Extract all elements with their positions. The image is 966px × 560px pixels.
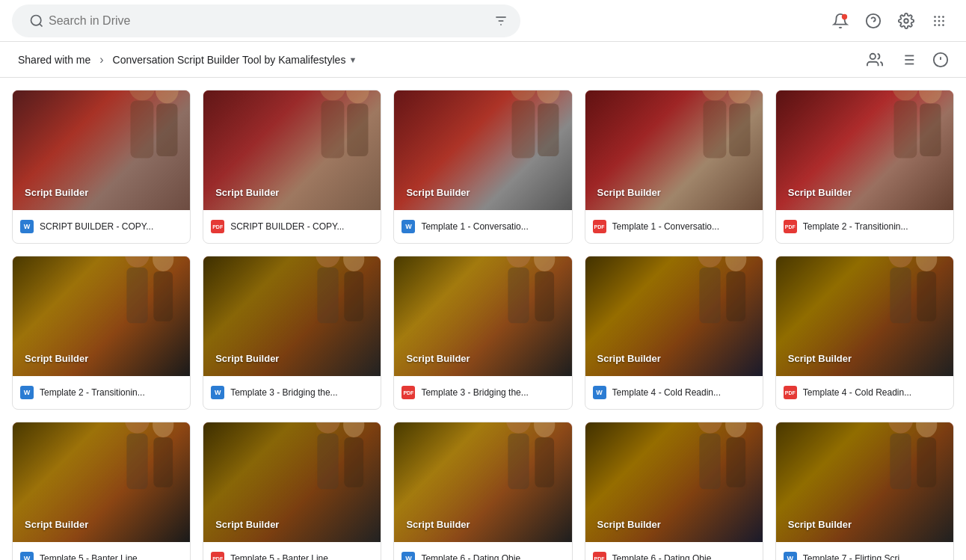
breadcrumb-shared-with-me[interactable]: Shared with me xyxy=(12,51,96,69)
file-name: Template 3 - Bridging the... xyxy=(230,387,373,398)
svg-point-9 xyxy=(934,16,936,18)
svg-point-48 xyxy=(125,256,150,268)
svg-point-16 xyxy=(938,24,941,26)
settings-button[interactable] xyxy=(891,6,921,36)
file-card[interactable]: Script Builder PDF Template 4 - Cold Rea… xyxy=(775,256,954,410)
view-details-button[interactable] xyxy=(927,46,954,73)
file-name: Template 5 - Banter Line... xyxy=(230,553,373,560)
list-view-button[interactable] xyxy=(894,46,921,73)
svg-rect-33 xyxy=(322,101,345,159)
search-bar[interactable] xyxy=(12,4,520,37)
file-card[interactable]: Script Builder PDF Template 3 - Bridging… xyxy=(393,256,572,410)
svg-line-1 xyxy=(39,23,42,26)
pdf-icon: PDF xyxy=(784,220,797,233)
breadcrumb-chevron: › xyxy=(99,53,103,67)
svg-point-8 xyxy=(904,19,908,23)
svg-rect-49 xyxy=(126,268,147,324)
svg-rect-65 xyxy=(508,268,529,324)
file-meta: W SCRIPT BUILDER - COPY... xyxy=(13,210,190,243)
svg-point-122 xyxy=(916,422,937,437)
svg-point-28 xyxy=(129,90,156,101)
file-meta: PDF Template 4 - Cold Readin... xyxy=(776,376,953,409)
file-meta: PDF Template 6 - Dating Obje... xyxy=(585,542,763,560)
file-meta: W Template 1 - Conversatio... xyxy=(394,210,571,243)
pdf-icon: PDF xyxy=(784,386,797,399)
thumb-label: Script Builder xyxy=(788,353,852,364)
file-card[interactable]: Script Builder W Template 5 - Banter Lin… xyxy=(12,422,191,560)
file-card[interactable]: Script Builder PDF SCRIPT BUILDER - COPY… xyxy=(203,90,381,244)
svg-point-30 xyxy=(156,90,179,103)
thumb-label: Script Builder xyxy=(25,353,88,364)
file-thumbnail: Script Builder xyxy=(585,90,763,210)
svg-point-18 xyxy=(870,53,876,58)
svg-rect-99 xyxy=(345,437,364,487)
pdf-icon: PDF xyxy=(211,552,224,560)
file-thumbnail: Script Builder xyxy=(585,422,763,542)
svg-rect-41 xyxy=(703,101,726,159)
apps-button[interactable] xyxy=(924,6,954,36)
thumb-label: Script Builder xyxy=(597,353,661,364)
svg-point-34 xyxy=(346,90,369,103)
file-name: Template 2 - Transitionin... xyxy=(40,387,182,398)
breadcrumb-dropdown-arrow: ▼ xyxy=(348,55,357,64)
file-card[interactable]: Script Builder W Template 2 - Transition… xyxy=(12,256,191,410)
notifications-button[interactable] xyxy=(825,6,855,36)
file-thumbnail: Script Builder xyxy=(203,422,381,542)
svg-point-58 xyxy=(343,256,364,271)
svg-point-88 xyxy=(125,422,150,434)
file-card[interactable]: Script Builder W Template 1 - Conversati… xyxy=(393,90,572,244)
file-card[interactable]: Script Builder PDF Template 5 - Banter L… xyxy=(203,422,381,560)
file-name: SCRIPT BUILDER - COPY... xyxy=(230,221,373,232)
svg-point-46 xyxy=(919,90,942,103)
svg-rect-39 xyxy=(538,103,559,156)
word-icon: W xyxy=(20,386,34,399)
file-meta: W Template 4 - Cold Readin... xyxy=(585,376,763,409)
file-card[interactable]: Script Builder PDF Template 1 - Conversa… xyxy=(585,90,763,244)
search-input[interactable] xyxy=(49,14,493,28)
svg-rect-91 xyxy=(153,437,173,487)
search-filter-icon[interactable] xyxy=(493,13,508,28)
svg-point-50 xyxy=(153,256,173,271)
svg-rect-105 xyxy=(508,434,529,490)
svg-point-104 xyxy=(506,422,531,434)
svg-point-106 xyxy=(534,422,555,437)
file-card[interactable]: Script Builder W Template 6 - Dating Obj… xyxy=(393,422,572,560)
file-card[interactable]: Script Builder W Template 7 - Flirting S… xyxy=(775,422,954,560)
word-icon: W xyxy=(402,220,415,233)
svg-point-112 xyxy=(697,422,722,434)
svg-point-14 xyxy=(942,19,944,22)
file-name: Template 4 - Cold Readin... xyxy=(612,387,755,398)
thumb-label: Script Builder xyxy=(215,353,279,364)
svg-rect-67 xyxy=(535,271,555,321)
file-name: Template 6 - Dating Obje... xyxy=(421,553,564,560)
svg-rect-43 xyxy=(729,103,750,156)
file-name: Template 1 - Conversatio... xyxy=(421,221,564,232)
svg-rect-83 xyxy=(917,271,936,321)
file-name: Template 6 - Dating Obje... xyxy=(612,553,755,560)
file-card[interactable]: Script Builder W Template 4 - Cold Readi… xyxy=(585,256,763,410)
search-icon[interactable] xyxy=(24,7,49,34)
svg-rect-59 xyxy=(345,271,364,321)
breadcrumb-bar: Shared with me › Conversation Script Bui… xyxy=(0,42,966,78)
svg-point-36 xyxy=(510,90,537,101)
word-icon: W xyxy=(20,552,34,560)
file-thumbnail: Script Builder xyxy=(394,422,571,542)
svg-point-42 xyxy=(728,90,751,103)
file-thumbnail: Script Builder xyxy=(776,90,953,210)
file-name: Template 3 - Bridging the... xyxy=(421,387,564,398)
svg-rect-89 xyxy=(126,434,147,490)
breadcrumb-left: Shared with me › Conversation Script Bui… xyxy=(12,51,363,69)
file-card[interactable]: Script Builder PDF Template 2 - Transiti… xyxy=(775,90,954,244)
thumb-label: Script Builder xyxy=(406,353,470,364)
file-card[interactable]: Script Builder PDF Template 6 - Dating O… xyxy=(585,422,763,560)
svg-point-82 xyxy=(916,256,937,271)
file-card[interactable]: Script Builder W Template 3 - Bridging t… xyxy=(203,256,381,410)
help-button[interactable] xyxy=(858,6,888,36)
svg-rect-107 xyxy=(535,437,555,487)
file-card[interactable]: Script Builder W SCRIPT BUILDER - COPY..… xyxy=(12,90,191,244)
file-meta: W Template 2 - Transitionin... xyxy=(13,376,190,409)
manage-members-button[interactable] xyxy=(861,46,888,73)
breadcrumb-current-folder[interactable]: Conversation Script Builder Tool by Kama… xyxy=(107,51,363,69)
svg-rect-47 xyxy=(920,103,941,156)
svg-point-80 xyxy=(888,256,913,268)
